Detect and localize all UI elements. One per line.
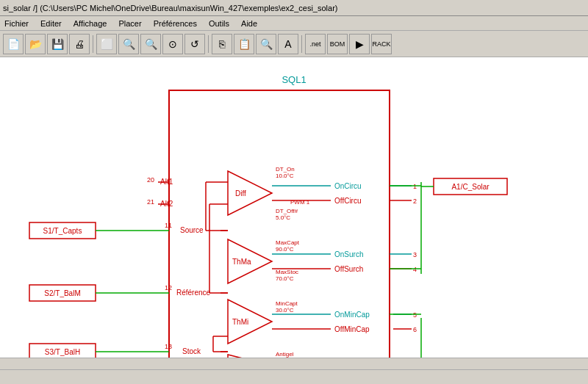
offmincap-label: OffMinCap [334,325,370,333]
source-label: Source [180,226,204,234]
sep1 [93,35,93,53]
title-text: si_solar /] (C:\Users\PC Michel\OneDrive… [3,4,337,12]
toolbar-zoom-in[interactable]: 🔍 [118,34,139,54]
toolbar-copy[interactable]: ⎘ [212,34,232,54]
menu-bar: Fichier Editer Affichage Placer Préféren… [0,16,588,31]
thma-label: ThMa [232,258,251,266]
svg-text:13: 13 [165,343,172,350]
svg-text:5: 5 [413,311,417,319]
svg-text:S3/T_BalH: S3/T_BalH [45,348,80,356]
onsurch-label: OnSurch [334,250,363,258]
svg-text:DT_On: DT_On [276,166,295,173]
a1-solar-label: A1/C_Solar [451,183,490,191]
reference-label: Référence [176,289,211,297]
sep3 [301,35,302,53]
menu-editer[interactable]: Editer [39,19,63,28]
svg-text:11: 11 [165,222,172,229]
stock-label: Stock [182,347,201,355]
toolbar-print[interactable]: 🖨 [69,34,90,54]
toolbar-refresh[interactable]: ↺ [184,34,205,54]
svg-text:4: 4 [413,266,417,273]
oncircu-label: OnCircu [334,182,362,190]
toolbar-sim[interactable]: ▶ [349,34,370,54]
svg-text:DT_Off#: DT_Off# [276,208,298,214]
title-bar: si_solar /] (C:\Users\PC Michel\OneDrive… [0,0,588,16]
toolbar-annotate[interactable]: A [278,34,298,54]
diff-label: Diff [235,189,246,198]
svg-text:1: 1 [413,183,417,190]
offcircu-label: OffCircu [334,197,362,205]
status-bar [0,369,588,384]
toolbar-rack[interactable]: RACK [371,34,392,54]
onmincap-label: OnMinCap [334,311,370,319]
svg-text:30.0°C: 30.0°C [276,307,294,314]
menu-placer[interactable]: Placer [117,19,143,28]
thmi-label: ThMi [232,318,248,326]
svg-text:3: 3 [413,251,417,258]
svg-text:Antigel: Antigel [276,351,294,358]
menu-fichier[interactable]: Fichier [3,19,30,28]
canvas-area[interactable]: SQL1 S1/T_Capts 11 Source S2/T_BalM 12 R… [0,57,588,380]
svg-text:S2/T_BalM: S2/T_BalM [44,289,80,297]
diagram-svg: SQL1 S1/T_Capts 11 Source S2/T_BalM 12 R… [0,57,588,380]
toolbar-save[interactable]: 💾 [47,34,68,54]
svg-text:5.0°C: 5.0°C [276,214,290,221]
sep2 [208,35,209,53]
toolbar-find[interactable]: 🔍 [256,34,276,54]
offsurch-label: OffSurch [334,265,363,273]
toolbar-new[interactable]: 📄 [3,34,24,54]
svg-text:70.0°C: 70.0°C [276,275,294,282]
menu-affichage[interactable]: Affichage [72,19,109,28]
diagram-title: SQL1 [282,74,306,85]
toolbar-net[interactable]: .net [305,34,326,54]
h-scrollbar[interactable] [0,358,588,369]
toolbar-open[interactable]: 📂 [25,34,46,54]
toolbar: 📄 📂 💾 🖨 ⬜ 🔍 🔍 ⊙ ↺ ⎘ 📋 🔍 A .net BOM ▶ RAC… [0,31,588,57]
svg-text:90.0°C: 90.0°C [276,246,294,253]
menu-aide[interactable]: Aide [240,19,259,28]
menu-outils[interactable]: Outils [207,19,231,28]
toolbar-paste[interactable]: 📋 [234,34,254,54]
toolbar-zoom-fit[interactable]: ⊙ [162,34,183,54]
svg-text:S1/T_Capts: S1/T_Capts [43,227,82,235]
menu-preferences[interactable]: Préférences [152,19,198,28]
diff-block [228,171,272,215]
toolbar-zoom-box[interactable]: ⬜ [96,34,117,54]
svg-text:2: 2 [413,198,417,205]
svg-text:21: 21 [147,198,154,206]
svg-text:12: 12 [165,284,172,291]
toolbar-bom[interactable]: BOM [327,34,348,54]
svg-text:MinCapt: MinCapt [276,300,298,307]
svg-text:20: 20 [147,176,154,184]
svg-text:MaxStoc: MaxStoc [276,269,298,275]
toolbar-zoom-out[interactable]: 🔍 [140,34,161,54]
svg-text:MaxCapt: MaxCapt [276,239,300,246]
svg-text:10.0°C: 10.0°C [276,173,294,179]
svg-text:6: 6 [413,326,417,333]
